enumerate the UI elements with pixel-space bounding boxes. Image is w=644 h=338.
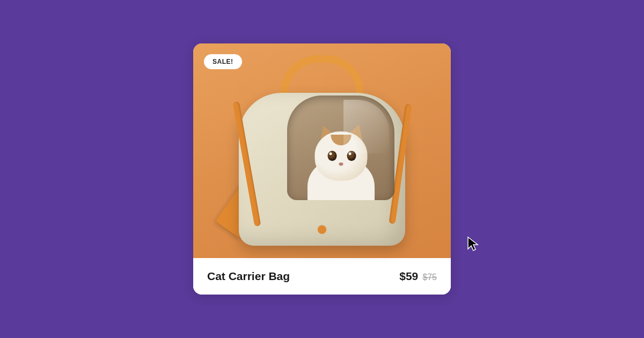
cursor-icon bbox=[467, 236, 481, 252]
carrier-bag-illustration bbox=[236, 79, 408, 246]
price-was: $75 bbox=[422, 273, 437, 282]
sale-badge: SALE! bbox=[204, 54, 242, 69]
product-title: Cat Carrier Bag bbox=[207, 270, 290, 283]
price-group: $59 $75 bbox=[399, 270, 437, 283]
price-current: $59 bbox=[399, 270, 418, 283]
product-info: Cat Carrier Bag $59 $75 bbox=[193, 258, 451, 295]
product-card[interactable]: SALE! Cat bbox=[193, 43, 451, 295]
product-image[interactable]: SALE! bbox=[193, 43, 451, 258]
